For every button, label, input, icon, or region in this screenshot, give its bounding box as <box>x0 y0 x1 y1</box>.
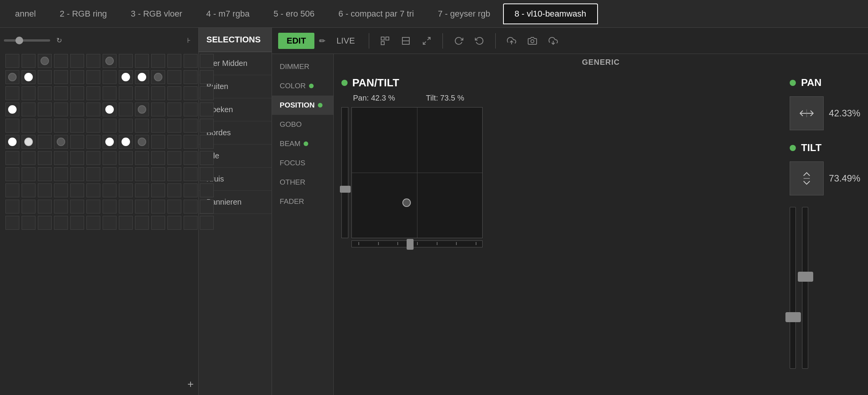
list-item[interactable] <box>103 135 117 149</box>
list-item[interactable] <box>119 86 133 100</box>
list-item[interactable] <box>119 200 133 213</box>
list-item[interactable] <box>38 135 52 149</box>
list-item[interactable] <box>103 151 117 165</box>
channel-color[interactable]: COLOR <box>272 76 333 96</box>
download-icon[interactable] <box>545 33 561 49</box>
list-item[interactable] <box>22 54 35 68</box>
list-item[interactable] <box>103 183 117 197</box>
list-item[interactable] <box>135 54 149 68</box>
list-item[interactable] <box>184 70 198 84</box>
pantilt-pad[interactable] <box>351 107 483 238</box>
list-item[interactable] <box>135 70 149 84</box>
list-item[interactable] <box>38 103 52 116</box>
expand-icon[interactable] <box>419 33 435 49</box>
list-item[interactable] <box>151 167 165 181</box>
list-item[interactable] <box>86 135 100 149</box>
list-item[interactable] <box>38 200 52 213</box>
list-item[interactable] <box>5 183 19 197</box>
list-item[interactable] <box>135 200 149 213</box>
list-item[interactable] <box>167 135 181 149</box>
right-slider-2[interactable] <box>802 207 808 369</box>
list-item[interactable] <box>54 119 68 133</box>
list-item[interactable] <box>119 70 133 84</box>
list-item[interactable] <box>167 167 181 181</box>
list-item[interactable] <box>167 119 181 133</box>
add-fixture-button[interactable]: + <box>187 378 194 390</box>
rotate-cw-icon[interactable] <box>451 33 467 49</box>
list-item[interactable] <box>200 167 214 181</box>
channel-other[interactable]: OTHER <box>272 173 333 192</box>
list-item[interactable] <box>5 200 19 213</box>
list-item[interactable] <box>184 200 198 213</box>
list-item[interactable] <box>151 119 165 133</box>
list-item[interactable] <box>86 119 100 133</box>
list-item[interactable] <box>70 70 84 84</box>
list-item[interactable] <box>5 119 19 133</box>
list-item[interactable] <box>22 70 35 84</box>
list-item[interactable] <box>184 54 198 68</box>
list-item[interactable] <box>119 167 133 181</box>
list-item[interactable] <box>5 54 19 68</box>
list-item[interactable] <box>70 135 84 149</box>
bottom-tilt-slider[interactable] <box>351 240 483 247</box>
list-item[interactable] <box>86 151 100 165</box>
list-item[interactable] <box>70 119 84 133</box>
list-item[interactable] <box>54 151 68 165</box>
list-item[interactable] <box>135 151 149 165</box>
upload-icon[interactable] <box>503 33 520 49</box>
list-item[interactable] <box>200 86 214 100</box>
list-item[interactable] <box>119 216 133 230</box>
list-item[interactable] <box>86 54 100 68</box>
bottom-tilt-handle[interactable] <box>407 239 414 250</box>
list-item[interactable] <box>135 167 149 181</box>
list-item[interactable] <box>70 151 84 165</box>
list-item[interactable] <box>184 216 198 230</box>
list-item[interactable] <box>86 86 100 100</box>
list-item[interactable] <box>151 135 165 149</box>
list-item[interactable] <box>151 103 165 116</box>
list-item[interactable] <box>22 200 35 213</box>
list-item[interactable] <box>103 216 117 230</box>
list-item[interactable] <box>135 103 149 116</box>
refresh-icon[interactable]: ↻ <box>53 35 65 46</box>
list-item[interactable] <box>200 151 214 165</box>
list-item[interactable] <box>70 216 84 230</box>
list-item[interactable] <box>167 200 181 213</box>
list-item[interactable] <box>22 216 35 230</box>
list-item[interactable] <box>167 86 181 100</box>
list-item[interactable] <box>86 103 100 116</box>
tab-vl10-beamwash[interactable]: 8 - vl10-beamwash <box>503 3 598 24</box>
list-item[interactable] <box>119 54 133 68</box>
list-item[interactable] <box>103 103 117 116</box>
list-item[interactable] <box>103 70 117 84</box>
list-item[interactable] <box>54 86 68 100</box>
list-item[interactable] <box>167 54 181 68</box>
list-item[interactable] <box>200 70 214 84</box>
list-item[interactable] <box>184 151 198 165</box>
list-item[interactable] <box>5 70 19 84</box>
list-item[interactable] <box>151 86 165 100</box>
select-all-icon[interactable] <box>377 33 393 49</box>
list-item[interactable] <box>5 86 19 100</box>
list-item[interactable] <box>22 119 35 133</box>
list-item[interactable] <box>103 119 117 133</box>
list-item[interactable] <box>5 103 19 116</box>
list-item[interactable] <box>22 183 35 197</box>
list-item[interactable] <box>200 54 214 68</box>
list-item[interactable] <box>70 167 84 181</box>
tilt-control-box[interactable] <box>790 161 824 195</box>
list-item[interactable] <box>184 135 198 149</box>
channel-position[interactable]: POSITION <box>272 96 333 115</box>
tab-geyser-rgb[interactable]: 7 - geyser rgb <box>427 3 502 24</box>
camera-icon[interactable] <box>524 33 540 49</box>
rotate-ccw-icon[interactable] <box>471 33 488 49</box>
list-item[interactable] <box>103 86 117 100</box>
list-item[interactable] <box>135 119 149 133</box>
list-item[interactable] <box>184 103 198 116</box>
list-item[interactable] <box>200 216 214 230</box>
list-item[interactable] <box>38 151 52 165</box>
list-item[interactable] <box>38 119 52 133</box>
list-item[interactable] <box>184 167 198 181</box>
list-item[interactable] <box>22 103 35 116</box>
list-item[interactable] <box>70 200 84 213</box>
